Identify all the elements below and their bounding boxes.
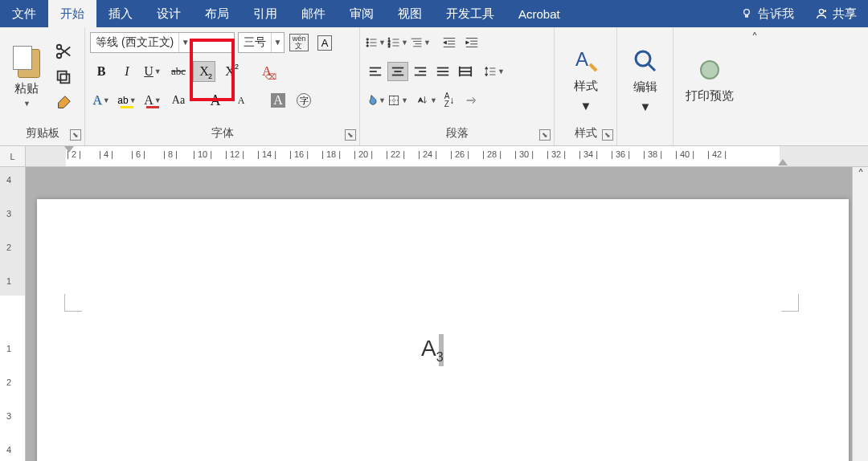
styles-launcher[interactable]: ⬊ — [602, 129, 613, 141]
numbering-button[interactable]: 123▼ — [387, 33, 408, 52]
tab-selector[interactable]: L — [0, 146, 26, 166]
ruler-tick: | 18 | — [315, 149, 347, 159]
multilevel-button[interactable]: ▼ — [410, 33, 431, 52]
right-indent-marker[interactable] — [778, 159, 788, 165]
phonetic-guide-button[interactable]: wén文 — [288, 32, 310, 53]
tab-mailings[interactable]: 邮件 — [289, 0, 338, 27]
svg-point-8 — [366, 42, 368, 43]
tab-insert[interactable]: 插入 — [96, 0, 145, 27]
ruler-tick: | 10 | — [186, 149, 219, 159]
borders-button[interactable]: ▼ — [387, 91, 408, 110]
vertical-ruler[interactable]: 43211234 — [0, 167, 26, 461]
ruler-tick: | 14 | — [251, 149, 283, 159]
align-right-button[interactable] — [410, 62, 431, 81]
copy-button[interactable] — [53, 67, 74, 88]
line-spacing-button[interactable]: ▼ — [484, 62, 505, 81]
bold-button[interactable]: B — [90, 61, 113, 82]
text-effects-button[interactable]: A▼ — [90, 90, 113, 111]
font-launcher[interactable]: ⬊ — [345, 129, 356, 141]
copy-icon — [55, 68, 72, 86]
chevron-up-icon: ˄ — [858, 167, 864, 182]
print-preview-button[interactable]: 打印预览 — [678, 31, 741, 124]
svg-point-0 — [744, 10, 750, 15]
ruler-tick: | 2 | — [58, 149, 90, 159]
vruler-tick: 4 — [6, 175, 11, 185]
ruler-tick: | 12 | — [219, 149, 251, 159]
char-shading-button[interactable]: Aa — [167, 90, 190, 111]
group-preview: 打印预览 — [674, 27, 746, 145]
styles-button[interactable]: A 样式 ▼ — [559, 31, 612, 123]
tab-acrobat[interactable]: Acrobat — [506, 0, 572, 27]
italic-button[interactable]: I — [116, 61, 138, 82]
cut-button[interactable] — [53, 41, 74, 62]
document-page[interactable]: A3 — [37, 199, 849, 461]
tab-design[interactable]: 设计 — [145, 0, 193, 27]
tell-me-search[interactable]: 告诉我 — [731, 0, 804, 27]
font-color-button[interactable]: A▼ — [141, 90, 164, 111]
tab-review[interactable]: 审阅 — [338, 0, 386, 27]
underline-button[interactable]: U▼ — [141, 61, 164, 82]
highlight-button[interactable]: ab▼ — [116, 90, 138, 111]
chevron-down-icon: ▼ — [580, 99, 592, 112]
svg-point-56 — [636, 51, 650, 66]
circle-icon — [696, 56, 723, 84]
font-size-combo[interactable]: 三号 ▼ — [238, 32, 285, 53]
align-justify-button[interactable] — [432, 62, 453, 81]
workspace: 43211234 A3 ˄ — [0, 167, 868, 461]
svg-rect-5 — [58, 71, 67, 80]
styles-icon: A — [572, 47, 600, 74]
vruler-tick: 2 — [6, 243, 11, 252]
page-area: A3 — [26, 167, 852, 461]
enclosed-icon: 字 — [297, 93, 311, 108]
enclosed-char-button[interactable]: 字 — [293, 90, 315, 111]
tab-developer[interactable]: 开发工具 — [434, 0, 506, 27]
margin-corner-tl — [64, 294, 82, 312]
svg-text:A: A — [575, 48, 588, 70]
align-distributed-button[interactable] — [455, 62, 476, 81]
strikethrough-button[interactable]: abc — [167, 61, 190, 82]
sort-button[interactable]: AZ↓ — [439, 91, 460, 110]
char-shade-box-button[interactable]: A — [267, 90, 289, 111]
clipboard-launcher[interactable]: ⬊ — [70, 129, 81, 141]
tab-home[interactable]: 开始 — [48, 0, 96, 27]
text-direction-button[interactable]: A▼ — [416, 91, 437, 110]
scroll-up-button[interactable]: ˄ — [852, 167, 868, 461]
tab-layout[interactable]: 布局 — [193, 0, 241, 27]
menu-bar: 文件 开始 插入 设计 布局 引用 邮件 审阅 视图 开发工具 Acrobat … — [0, 0, 868, 27]
svg-point-10 — [366, 45, 368, 47]
align-left-button[interactable] — [365, 62, 386, 81]
increase-indent-button[interactable] — [461, 33, 482, 52]
collapse-ribbon-button[interactable]: ˄ — [746, 27, 764, 145]
brush-icon — [55, 94, 72, 112]
format-painter-button[interactable] — [53, 92, 74, 113]
phonetic-icon: wén文 — [289, 34, 309, 51]
tab-file[interactable]: 文件 — [0, 0, 48, 27]
clear-format-button[interactable]: A⌫ — [256, 61, 278, 82]
charshadebox-icon: A — [271, 93, 285, 108]
paragraph-launcher[interactable]: ⬊ — [539, 129, 551, 141]
tab-view[interactable]: 视图 — [386, 0, 434, 27]
scissors-icon — [55, 43, 72, 60]
svg-rect-51 — [389, 96, 398, 104]
horizontal-ruler[interactable]: L | 2 || 4 || 6 || 8 || 10 || 12 || 14 |… — [0, 146, 868, 167]
bullets-button[interactable]: ▼ — [365, 33, 386, 52]
tab-references[interactable]: 引用 — [241, 0, 289, 27]
decrease-indent-button[interactable] — [439, 33, 460, 52]
group-paragraph: ▼ 123▼ ▼ ▼ ▼ ▼ — [360, 27, 555, 145]
svg-text:A: A — [418, 96, 423, 104]
tell-me-label: 告诉我 — [758, 6, 794, 22]
align-dist-icon — [458, 64, 473, 79]
ruler-tick: | 30 | — [508, 149, 540, 159]
group-title-font: 字体 — [90, 123, 354, 145]
svg-text:3: 3 — [388, 44, 391, 48]
vruler-tick: 2 — [6, 377, 11, 387]
editing-button[interactable]: 编辑 ▼ — [622, 31, 668, 124]
char-border-button[interactable]: A — [313, 32, 336, 53]
shading-button[interactable]: ▼ — [365, 91, 386, 110]
shading-icon — [365, 93, 378, 108]
align-center-button[interactable] — [387, 62, 408, 81]
show-marks-button[interactable] — [461, 91, 482, 110]
share-button[interactable]: 共享 — [804, 0, 868, 27]
paste-button[interactable]: 粘贴 ▼ — [5, 31, 48, 123]
preview-label: 打印预览 — [686, 88, 734, 104]
